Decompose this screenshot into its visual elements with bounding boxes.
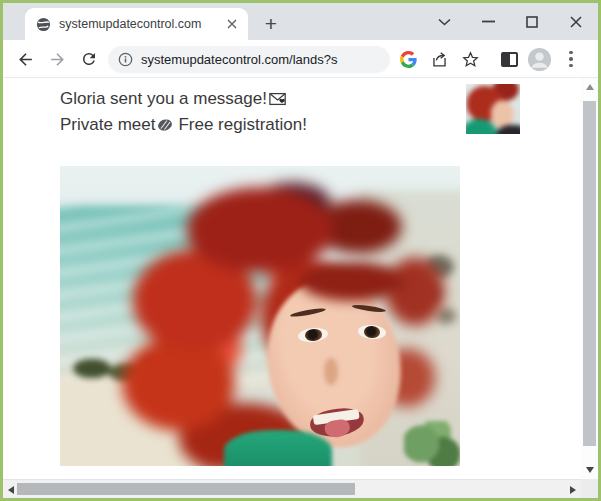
horizontal-scrollbar-thumb[interactable] <box>17 483 355 495</box>
heading-line2: Private meet Free registration! <box>60 112 307 138</box>
minimize-button[interactable] <box>466 7 510 37</box>
site-info-icon[interactable] <box>118 52 133 67</box>
globe-favicon-icon <box>36 17 51 32</box>
reload-button[interactable] <box>75 45 103 73</box>
horizontal-scrollbar[interactable] <box>3 479 581 498</box>
bookmark-star-icon[interactable] <box>456 45 484 73</box>
photo-nose <box>324 358 338 385</box>
scroll-right-icon[interactable] <box>570 486 576 494</box>
love-letter-icon <box>269 92 287 106</box>
page-content: Gloria sent you a message! Private meet <box>3 79 581 479</box>
scrollbar-corner <box>581 479 598 498</box>
tab-title: systemupdatecontrol.com <box>59 17 223 31</box>
page-headings: Gloria sent you a message! Private meet <box>60 86 307 138</box>
heading-line1: Gloria sent you a message! <box>60 86 307 112</box>
profile-avatar[interactable] <box>525 45 553 73</box>
back-button[interactable] <box>11 45 39 73</box>
window-controls <box>422 3 598 40</box>
tab-close-icon[interactable] <box>223 16 240 33</box>
address-bar[interactable]: systemupdatecontrol.com/lands?s <box>108 46 390 73</box>
share-icon[interactable] <box>425 45 453 73</box>
browser-window: systemupdatecontrol.com + <box>0 0 601 501</box>
url-text[interactable]: systemupdatecontrol.com/lands?s <box>141 52 338 67</box>
side-panel-icon[interactable] <box>495 45 523 73</box>
new-tab-button[interactable]: + <box>256 9 286 37</box>
photo-green-top <box>224 430 332 466</box>
google-g-icon[interactable] <box>394 45 422 73</box>
vertical-scrollbar-thumb[interactable] <box>583 101 596 446</box>
window-menu-chevron-icon[interactable] <box>422 7 466 37</box>
vertical-scrollbar[interactable] <box>581 78 598 479</box>
tab-strip: systemupdatecontrol.com + <box>3 3 598 40</box>
sender-avatar-thumbnail[interactable] <box>466 84 520 134</box>
scroll-down-icon[interactable] <box>586 467 594 473</box>
forward-button[interactable] <box>43 45 71 73</box>
menu-kebab-icon[interactable] <box>557 45 585 73</box>
beach-selfie-photo[interactable] <box>60 166 460 466</box>
scroll-left-icon[interactable] <box>8 486 14 494</box>
kiss-mark-icon <box>157 118 173 132</box>
browser-tab[interactable]: systemupdatecontrol.com <box>25 8 248 40</box>
photo-red-hair <box>60 166 460 466</box>
scroll-up-icon[interactable] <box>586 84 594 90</box>
maximize-button[interactable] <box>510 7 554 37</box>
photo-bangs <box>300 262 404 301</box>
close-window-button[interactable] <box>554 7 598 37</box>
